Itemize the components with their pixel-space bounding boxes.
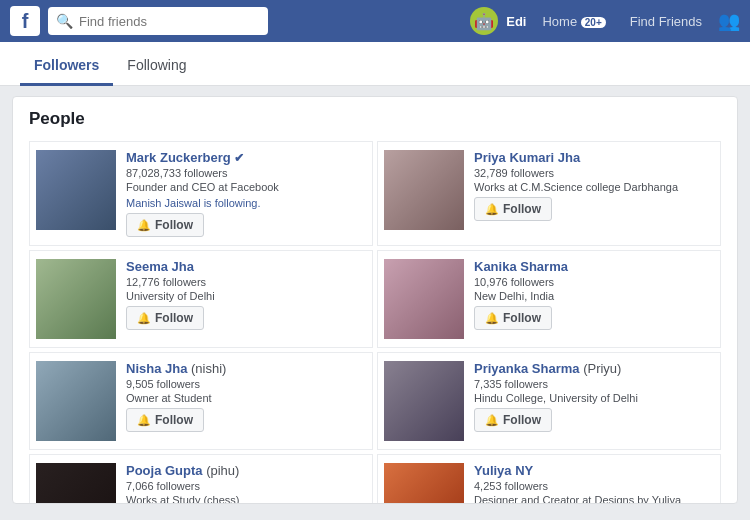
home-badge: 20+ xyxy=(581,17,606,28)
person-name[interactable]: Yuliya NY xyxy=(474,463,714,478)
person-name[interactable]: Seema Jha xyxy=(126,259,366,274)
person-info: Kanika Sharma 10,976 followers New Delhi… xyxy=(474,259,714,330)
person-photo xyxy=(36,150,116,230)
nav-username: Edi xyxy=(506,14,526,29)
follow-bell-icon: 🔔 xyxy=(137,414,151,427)
person-suffix: (pihu) xyxy=(203,463,240,478)
follow-bell-icon: 🔔 xyxy=(485,312,499,325)
android-icon: 🤖 xyxy=(470,7,498,35)
person-name[interactable]: Mark Zuckerberg ✔ xyxy=(126,150,366,165)
person-photo xyxy=(36,259,116,339)
person-followers: 87,028,733 followers xyxy=(126,167,366,179)
person-photo xyxy=(36,463,116,504)
person-card: Priyanka Sharma (Priyu) 7,335 followers … xyxy=(377,352,721,450)
person-name[interactable]: Nisha Jha (nishi) xyxy=(126,361,366,376)
follow-label: Follow xyxy=(503,202,541,216)
person-followers: 32,789 followers xyxy=(474,167,714,179)
search-icon: 🔍 xyxy=(56,13,73,29)
person-detail: Founder and CEO at Facebook xyxy=(126,181,366,193)
person-suffix: (Priyu) xyxy=(580,361,622,376)
person-info: Seema Jha 12,776 followers University of… xyxy=(126,259,366,330)
person-followers: 12,776 followers xyxy=(126,276,366,288)
follow-button[interactable]: 🔔 Follow xyxy=(126,306,204,330)
person-name[interactable]: Priyanka Sharma (Priyu) xyxy=(474,361,714,376)
person-photo xyxy=(384,259,464,339)
person-card: Seema Jha 12,776 followers University of… xyxy=(29,250,373,348)
person-info: Yuliya NY 4,253 followers Designer and C… xyxy=(474,463,714,504)
person-detail: Owner at Student xyxy=(126,392,366,404)
follow-button[interactable]: 🔔 Follow xyxy=(474,408,552,432)
person-followers: 10,976 followers xyxy=(474,276,714,288)
tab-following[interactable]: Following xyxy=(113,47,200,86)
follow-label: Follow xyxy=(155,218,193,232)
verified-icon: ✔ xyxy=(234,151,244,165)
tab-followers[interactable]: Followers xyxy=(20,47,113,86)
follow-bell-icon: 🔔 xyxy=(485,414,499,427)
main-content: People Mark Zuckerberg ✔ 87,028,733 foll… xyxy=(12,96,738,504)
follow-label: Follow xyxy=(155,413,193,427)
person-info: Priyanka Sharma (Priyu) 7,335 followers … xyxy=(474,361,714,432)
search-input[interactable] xyxy=(79,14,260,29)
person-info: Nisha Jha (nishi) 9,505 followers Owner … xyxy=(126,361,366,432)
person-photo xyxy=(384,361,464,441)
person-detail: University of Delhi xyxy=(126,290,366,302)
facebook-logo: f xyxy=(10,6,40,36)
person-name[interactable]: Kanika Sharma xyxy=(474,259,714,274)
person-card: Kanika Sharma 10,976 followers New Delhi… xyxy=(377,250,721,348)
person-detail: Works at Study (chess) xyxy=(126,494,366,504)
follow-bell-icon: 🔔 xyxy=(137,219,151,232)
follow-button[interactable]: 🔔 Follow xyxy=(474,306,552,330)
follow-button[interactable]: 🔔 Follow xyxy=(474,197,552,221)
follow-label: Follow xyxy=(503,413,541,427)
follow-button[interactable]: 🔔 Follow xyxy=(126,408,204,432)
person-name[interactable]: Priya Kumari Jha xyxy=(474,150,714,165)
person-info: Pooja Gupta (pihu) 7,066 followers Works… xyxy=(126,463,366,504)
person-card: Pooja Gupta (pihu) 7,066 followers Works… xyxy=(29,454,373,504)
people-grid: Mark Zuckerberg ✔ 87,028,733 followers F… xyxy=(29,141,721,504)
person-name[interactable]: Pooja Gupta (pihu) xyxy=(126,463,366,478)
person-card: Priya Kumari Jha 32,789 followers Works … xyxy=(377,141,721,246)
person-info: Mark Zuckerberg ✔ 87,028,733 followers F… xyxy=(126,150,366,237)
section-title: People xyxy=(29,109,721,129)
nav-home[interactable]: Home 20+ xyxy=(534,10,613,33)
person-info: Priya Kumari Jha 32,789 followers Works … xyxy=(474,150,714,221)
person-followers: 9,505 followers xyxy=(126,378,366,390)
top-nav: f 🔍 🤖 Edi Home 20+ Find Friends 👥 xyxy=(0,0,750,42)
person-followers: 7,066 followers xyxy=(126,480,366,492)
person-detail: New Delhi, India xyxy=(474,290,714,302)
follow-label: Follow xyxy=(503,311,541,325)
person-card: Yuliya NY 4,253 followers Designer and C… xyxy=(377,454,721,504)
person-detail: Designer and Creator at Designs by Yuliy… xyxy=(474,494,714,504)
person-suffix: (nishi) xyxy=(187,361,226,376)
follow-bell-icon: 🔔 xyxy=(137,312,151,325)
friends-icon[interactable]: 👥 xyxy=(718,10,740,32)
search-bar[interactable]: 🔍 xyxy=(48,7,268,35)
follow-bell-icon: 🔔 xyxy=(485,203,499,216)
sub-nav: Followers Following xyxy=(0,42,750,86)
person-card: Mark Zuckerberg ✔ 87,028,733 followers F… xyxy=(29,141,373,246)
person-detail: Works at C.M.Science college Darbhanga xyxy=(474,181,714,193)
person-photo xyxy=(384,150,464,230)
person-followers: 7,335 followers xyxy=(474,378,714,390)
follow-label: Follow xyxy=(155,311,193,325)
follow-button[interactable]: 🔔 Follow xyxy=(126,213,204,237)
person-photo xyxy=(384,463,464,504)
person-mutual: Manish Jaiswal is following. xyxy=(126,197,366,209)
person-detail: Hindu College, University of Delhi xyxy=(474,392,714,404)
person-followers: 4,253 followers xyxy=(474,480,714,492)
person-card: Nisha Jha (nishi) 9,505 followers Owner … xyxy=(29,352,373,450)
person-photo xyxy=(36,361,116,441)
nav-find-friends[interactable]: Find Friends xyxy=(622,10,710,33)
